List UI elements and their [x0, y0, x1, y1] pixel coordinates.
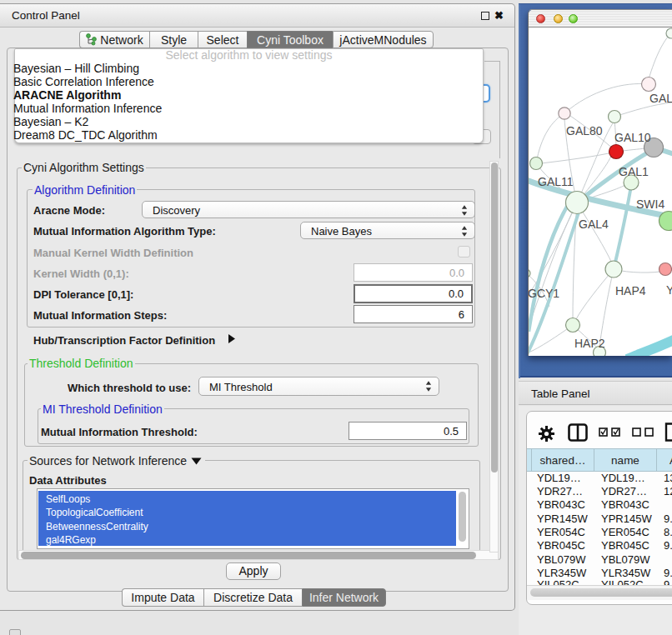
svg-text:Y: Y [666, 283, 672, 297]
svg-text:GAL1: GAL1 [619, 165, 649, 178]
svg-text:GAL4: GAL4 [579, 218, 609, 231]
svg-text:HAP2: HAP2 [574, 337, 605, 350]
svg-text:SWI4: SWI4 [636, 198, 664, 211]
svg-text:GAL: GAL [649, 92, 672, 105]
svg-text:GAL80: GAL80 [566, 124, 603, 138]
svg-text:GCY1: GCY1 [529, 287, 559, 300]
svg-text:GAL10: GAL10 [614, 131, 651, 144]
svg-text:GAL11: GAL11 [538, 175, 574, 188]
svg-text:HAP4: HAP4 [615, 284, 646, 298]
